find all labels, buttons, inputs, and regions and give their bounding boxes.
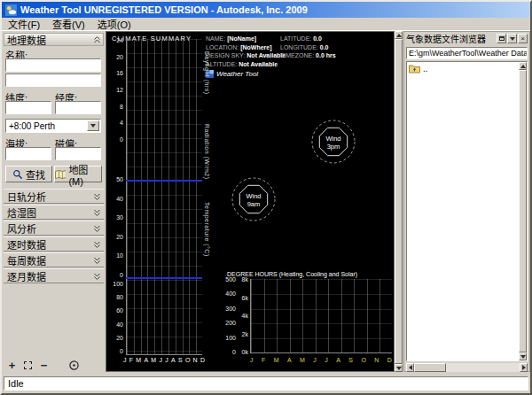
altitude-input[interactable] bbox=[5, 147, 51, 160]
weather-tool-logo: Weather Tool bbox=[206, 70, 258, 78]
sidebar-section-label: 日轨分析 bbox=[7, 190, 46, 204]
tick-label: 20 bbox=[116, 54, 123, 60]
zoom-out-button[interactable]: − bbox=[37, 359, 51, 372]
title-bar[interactable]: Weather Tool UNREGISTERED VERSION - Auto… bbox=[2, 2, 530, 18]
tick-label: 8 bbox=[120, 104, 123, 110]
scroll-left-button[interactable] bbox=[406, 363, 414, 372]
month-label: S bbox=[178, 357, 183, 363]
month-label: J bbox=[325, 357, 328, 363]
temperature-ticks: 50403020100 bbox=[106, 176, 123, 278]
tick-label: 60 bbox=[116, 307, 123, 314]
sidebar-section[interactable]: 焓湿图 bbox=[4, 205, 104, 220]
tick-label: 50 bbox=[116, 176, 123, 182]
scroll-down-button[interactable] bbox=[395, 364, 403, 372]
menu-item[interactable]: 查看(V) bbox=[52, 17, 85, 31]
scrollbar-thumb[interactable] bbox=[414, 363, 446, 372]
scroll-down-button[interactable] bbox=[519, 352, 527, 360]
daylight-axis-label: Daylight (hrs) bbox=[204, 51, 210, 95]
recenter-button[interactable] bbox=[67, 359, 81, 372]
month-label: F bbox=[129, 357, 133, 363]
month-label: A bbox=[336, 357, 340, 363]
temperature-axis-label: Temperature (°C) bbox=[204, 202, 210, 257]
close-icon[interactable]: × bbox=[518, 34, 528, 43]
longitude-input[interactable] bbox=[55, 101, 101, 114]
radiation-zero-line bbox=[126, 180, 202, 182]
scrollbar-track bbox=[519, 70, 527, 352]
marquee-icon bbox=[24, 361, 32, 369]
wind-time-label: 9am bbox=[247, 200, 261, 208]
sidebar-section[interactable]: 风分析 bbox=[4, 221, 104, 236]
list-vertical-scrollbar[interactable] bbox=[519, 62, 527, 360]
double-chevron-down-icon bbox=[94, 209, 100, 216]
file-list: .. bbox=[406, 61, 528, 361]
degree-ticks: 8k6k4k2k0k bbox=[237, 276, 248, 355]
name-input[interactable] bbox=[5, 58, 101, 72]
latitude-input[interactable] bbox=[5, 101, 51, 114]
month-label: A bbox=[144, 357, 148, 363]
month-label: O bbox=[361, 357, 365, 363]
dock-icon[interactable] bbox=[497, 34, 506, 43]
chevron-down-icon[interactable] bbox=[507, 34, 517, 43]
humidity-ticks: 100806040200 bbox=[106, 281, 123, 354]
map-button-label: 地图(M) bbox=[68, 162, 101, 187]
sidebar-section[interactable]: 逐月数据 bbox=[4, 268, 104, 283]
wind-label: Wind bbox=[246, 192, 261, 200]
browser-panel-title-bar[interactable]: 气象数据文件浏览器 × bbox=[404, 32, 529, 45]
location-input[interactable] bbox=[5, 74, 101, 87]
daylight-ticks: 24201612840 bbox=[106, 37, 123, 143]
zoom-in-button[interactable]: + bbox=[5, 359, 19, 372]
double-chevron-up-icon bbox=[94, 36, 100, 43]
climate-summary-canvas[interactable]: CLIMATE SUMMARY NAME: [NoName] LOCATION:… bbox=[106, 31, 395, 372]
sidebar-section-label: 焓湿图 bbox=[7, 205, 36, 220]
browser-path-field[interactable]: E:\gm\WeatherTool\Weather Data bbox=[406, 47, 528, 59]
solar-ticks: 5004003002001000 bbox=[221, 276, 236, 355]
geo-data-header[interactable]: 地理数据 bbox=[4, 33, 104, 46]
wind-rose-9am[interactable]: Wind 9am bbox=[229, 174, 278, 224]
sidebar-section[interactable]: 日轨分析 bbox=[4, 189, 104, 204]
month-label: N bbox=[374, 357, 379, 363]
main-vertical-scrollbar[interactable] bbox=[395, 31, 403, 372]
chevron-down-icon[interactable] bbox=[87, 120, 99, 131]
scrollbar-thumb[interactable] bbox=[395, 39, 403, 364]
menu-item[interactable]: 选项(O) bbox=[98, 17, 131, 31]
sidebar-section-label: 风分析 bbox=[7, 221, 36, 236]
double-chevron-down-icon bbox=[94, 273, 100, 280]
month-label: M bbox=[151, 357, 156, 363]
tick-label: 100 bbox=[113, 281, 123, 287]
status-bar: Idle bbox=[2, 375, 530, 393]
menu-item[interactable]: 文件(F) bbox=[8, 17, 40, 31]
scroll-up-button[interactable] bbox=[395, 31, 403, 39]
map-button[interactable]: 地图(M) bbox=[54, 166, 102, 182]
tick-label: 80 bbox=[116, 294, 123, 300]
month-label: S bbox=[348, 357, 353, 363]
file-list-item[interactable]: .. bbox=[407, 62, 527, 74]
radiation-axis-label: Radiation (W/m2) bbox=[204, 124, 210, 179]
tick-label: 20 bbox=[116, 335, 123, 341]
zoom-box-button[interactable] bbox=[21, 359, 35, 372]
find-button[interactable]: 查找 bbox=[5, 166, 52, 182]
tick-label: 4 bbox=[120, 120, 123, 126]
tick-label: 30 bbox=[116, 214, 123, 221]
file-list-items: .. bbox=[407, 62, 527, 74]
declination-input[interactable] bbox=[55, 147, 101, 160]
timezone-select[interactable]: +8:00 Perth bbox=[5, 119, 101, 133]
app-window: Weather Tool UNREGISTERED VERSION - Auto… bbox=[0, 0, 532, 395]
list-horizontal-scrollbar[interactable] bbox=[406, 363, 528, 372]
menu-bar: 文件(F)查看(V)选项(O) bbox=[2, 18, 530, 31]
climate-plot-grid bbox=[126, 39, 202, 355]
wind-label: Wind bbox=[325, 135, 340, 143]
sidebar-section[interactable]: 每周数据 bbox=[4, 252, 104, 267]
tick-label: 200 bbox=[225, 320, 236, 326]
month-label: J bbox=[165, 357, 168, 363]
month-label: M bbox=[300, 357, 305, 363]
scrollbar-thumb[interactable] bbox=[519, 70, 527, 352]
timezone-value: +8:00 Perth bbox=[9, 121, 55, 131]
tick-label: 0k bbox=[242, 349, 248, 355]
months-axis-left: JFMAMJJASOND bbox=[123, 357, 205, 363]
wind-rose-3pm[interactable]: Wind 3pm bbox=[309, 117, 358, 167]
scroll-up-button[interactable] bbox=[519, 62, 527, 70]
sidebar-section[interactable]: 逐时数据 bbox=[4, 236, 104, 252]
folder-up-icon bbox=[409, 64, 420, 74]
month-label: J bbox=[250, 357, 254, 363]
scroll-right-button[interactable] bbox=[520, 363, 528, 372]
